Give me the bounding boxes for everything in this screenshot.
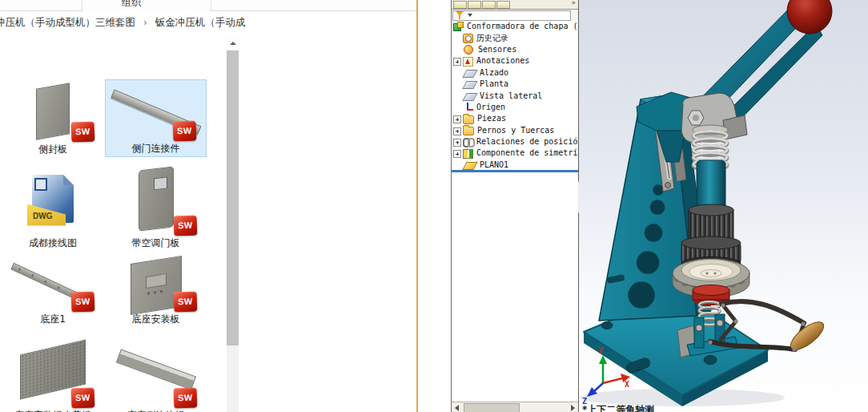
file-thumbnail-art: DWG (32, 175, 74, 223)
feature-tree-item[interactable]: Conformadora de chapa (Prede (452, 21, 578, 32)
solidworks-window: » Conformadora de chapa (Prede 历史记录 Sens… (418, 0, 868, 412)
feature-tree: Conformadora de chapa (Prede 历史记录 Sensor… (452, 21, 578, 171)
view-orientation-label: *上下二等角轴测 (582, 403, 654, 412)
rollback-bar[interactable] (452, 170, 578, 172)
scrollbar-thumb[interactable] (227, 50, 239, 345)
feature-tree-item[interactable]: Pernos y Tuercas (452, 125, 578, 136)
solidworks-badge-icon: SW (173, 121, 197, 142)
file-thumbnail: SW (2, 256, 104, 313)
scroll-left-icon[interactable] (452, 402, 463, 412)
triad-y-label: Y (598, 346, 603, 355)
file-item[interactable]: SW 底座安装板 (105, 256, 207, 327)
file-name: 侧封板 (2, 143, 104, 157)
file-thumbnail-art (115, 349, 195, 390)
scroll-up-icon[interactable] (227, 37, 239, 50)
tree-item-label: Piezas (477, 113, 506, 124)
tree-item-icon (464, 45, 473, 55)
feature-tree-item[interactable]: Relaciones de posición (452, 136, 578, 147)
graphics-viewport[interactable]: Y X Z *上下二等角轴测 (579, 0, 868, 412)
explorer-toolbar: 组织 (0, 0, 417, 10)
tree-item-label: Sensores (478, 44, 516, 55)
file-name: 底座安装板 (105, 313, 207, 327)
solidworks-badge-icon: SW (174, 388, 198, 409)
tree-item-icon (463, 137, 473, 147)
tree-item-label: 历史记录 (476, 33, 508, 44)
feature-tree-item[interactable]: PLANO1 (452, 160, 578, 171)
tree-item-icon (462, 81, 477, 89)
feature-tree-item[interactable]: Sensores (452, 44, 578, 55)
feature-tree-item[interactable]: 历史记录 (452, 32, 578, 43)
file-item[interactable]: SW 底座1 (2, 256, 104, 327)
tree-item-icon (462, 162, 477, 170)
3d-model[interactable]: Y X Z (579, 0, 868, 412)
breadcrumb-separator-icon: › (135, 17, 155, 28)
tree-filter-bar (452, 10, 578, 22)
file-thumbnail-art (36, 83, 70, 139)
file-thumbnail: SW (2, 79, 104, 143)
tree-item-icon (453, 22, 464, 31)
file-grid: SW 侧封板 SW 侧门连接件 DWG 成都接线图 (0, 37, 227, 412)
tab-dimxpert-icon[interactable] (496, 1, 510, 9)
tab-propertymanager-icon[interactable] (468, 1, 481, 9)
breadcrumb-parent[interactable]: 冲压机（手动成型机）三维套图 (0, 16, 135, 28)
scrollbar-thumb[interactable] (464, 403, 520, 412)
feature-tree-item[interactable]: Vista lateral (452, 90, 578, 101)
dwg-format-label: DWG (33, 212, 52, 220)
breadcrumb-current[interactable]: 钣金冲压机（手动成 (155, 16, 246, 28)
scroll-right-icon[interactable] (567, 402, 578, 412)
toolbar-separator (82, 0, 82, 10)
feature-tree-item[interactable]: Alzado (452, 67, 578, 79)
tab-featuremanager-icon[interactable] (453, 1, 467, 9)
dwg-crosshair-icon (34, 178, 47, 191)
file-item[interactable]: SW 底座安装板小盖板 (2, 329, 104, 412)
tree-item-icon (462, 93, 477, 101)
filter-funnel-icon[interactable] (456, 11, 464, 16)
toolbar-divider (0, 10, 82, 11)
breadcrumb[interactable]: 冲压机（手动成型机）三维套图›钣金冲压机（手动成 (0, 16, 428, 30)
expand-plus-icon[interactable] (453, 115, 461, 123)
triad-x-label: X (625, 380, 629, 389)
tree-item-icon (463, 127, 474, 135)
tree-item-label: PLANO1 (480, 160, 508, 171)
organize-menu[interactable]: 组织 (122, 0, 141, 10)
file-item[interactable]: SW 底座侧连接板 (105, 329, 207, 412)
feature-tree-item[interactable]: Origen (452, 102, 578, 113)
file-thumbnail: SW (105, 329, 207, 410)
feature-tree-item[interactable]: Planta (452, 79, 578, 90)
solidworks-badge-icon: SW (174, 216, 198, 236)
file-item[interactable]: SW 侧封板 (2, 79, 104, 157)
filter-dropdown-icon[interactable] (468, 14, 472, 17)
file-thumbnail: DWG (2, 160, 104, 237)
featuremanager-tab-bar: » (452, 0, 578, 10)
tree-item-label: Anotaciones (476, 55, 529, 67)
file-name: 底座1 (2, 313, 104, 327)
expand-plus-icon[interactable] (453, 150, 461, 158)
tree-item-icon (463, 103, 473, 112)
expand-plus-icon[interactable] (453, 139, 461, 147)
file-item[interactable]: DWG 成都接线图 (2, 160, 104, 251)
tree-item-label: Origen (476, 102, 505, 113)
file-item[interactable]: SW 带空调门板 (105, 160, 207, 251)
feature-tree-item[interactable]: Anotaciones (452, 55, 578, 67)
feature-tree-item[interactable]: Componente de simetría1 (452, 147, 578, 159)
model-clevis[interactable] (681, 93, 747, 143)
solidworks-badge-icon: SW (71, 122, 95, 143)
screen: 组织 冲压机（手动成型机）三维套图›钣金冲压机（手动成 SW 侧封板 (0, 0, 868, 412)
explorer-vertical-scrollbar[interactable] (227, 37, 239, 412)
tab-configurationmanager-icon[interactable] (482, 1, 496, 9)
tree-item-icon (463, 149, 473, 159)
solidworks-badge-icon: SW (71, 292, 95, 313)
file-item[interactable]: SW 侧门连接件 (105, 79, 207, 157)
tree-item-icon (463, 57, 473, 67)
file-name: 侧门连接件 (106, 143, 206, 156)
toolbar-separator (211, 0, 211, 10)
tree-horizontal-scrollbar[interactable] (452, 402, 578, 412)
feature-tree-item[interactable]: Piezas (452, 113, 578, 124)
tree-item-label: Conformadora de chapa (Prede (467, 21, 578, 32)
tree-item-icon (463, 34, 473, 43)
expand-plus-icon[interactable] (453, 127, 461, 135)
expand-plus-icon[interactable] (453, 58, 461, 66)
solidworks-badge-icon: SW (174, 292, 198, 313)
file-thumbnail: SW (106, 80, 206, 143)
tabs-overflow-chevron-icon[interactable]: » (571, 0, 576, 6)
